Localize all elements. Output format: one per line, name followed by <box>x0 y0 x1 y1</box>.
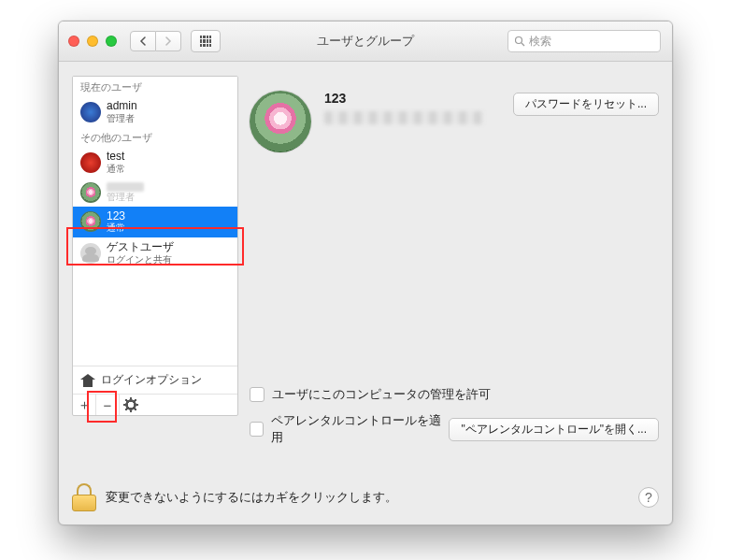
user-list: 現在のユーザ admin 管理者 その他のユーザ test 通常 <box>72 76 238 416</box>
window-body: 現在のユーザ admin 管理者 その他のユーザ test 通常 <box>59 61 672 524</box>
action-menu-button[interactable] <box>120 395 142 415</box>
login-options-label: ログインオプション <box>101 372 202 388</box>
user-role: 通常 <box>107 164 125 175</box>
user-role: 管理者 <box>107 192 144 203</box>
window-controls <box>68 36 117 47</box>
search-placeholder: 検索 <box>529 34 551 50</box>
back-button[interactable] <box>130 31 156 51</box>
login-options-button[interactable]: ログインオプション <box>73 366 237 394</box>
avatar-icon <box>80 243 101 264</box>
nav-back-forward <box>130 31 181 51</box>
user-name <box>107 182 144 192</box>
add-user-button[interactable]: ＋ <box>73 395 96 415</box>
user-role: 通常 <box>107 223 125 234</box>
user-row-test[interactable]: test 通常 <box>73 147 237 178</box>
user-row-guest[interactable]: ゲストユーザ ログインと共有 <box>73 237 237 268</box>
gear-icon <box>125 399 136 410</box>
reset-password-button[interactable]: パスワードをリセット... <box>513 93 659 116</box>
section-current-user: 現在のユーザ <box>73 77 237 96</box>
titlebar: ユーザとグループ 検索 <box>59 22 672 62</box>
help-button[interactable]: ? <box>638 487 659 508</box>
user-toolbar: ＋ − <box>73 394 237 415</box>
preferences-window: ユーザとグループ 検索 現在のユーザ admin 管理者 <box>58 21 673 525</box>
svg-line-1 <box>522 43 524 46</box>
detail-options: ユーザにこのコンピュータの管理を許可 ペアレンタルコントロールを適用 "ペアレン… <box>250 386 659 455</box>
user-row-obscured[interactable]: 管理者 <box>73 179 237 207</box>
user-row-123[interactable]: 123 通常 <box>73 207 237 237</box>
house-icon <box>80 374 95 387</box>
user-name: admin <box>107 100 137 113</box>
detail-pane: 123 パスワードをリセット... ユーザにこのコンピュータの管理を許可 ペアレ <box>250 76 659 472</box>
svg-point-0 <box>516 37 522 44</box>
avatar-icon <box>80 182 101 203</box>
lock-message: 変更できないようにするにはカギをクリックします。 <box>106 489 397 506</box>
section-other-users: その他のユーザ <box>73 127 237 147</box>
detail-user-info: 123 <box>324 91 483 124</box>
user-name: test <box>107 151 125 164</box>
search-input[interactable]: 検索 <box>507 30 661 52</box>
allow-admin-checkbox[interactable] <box>250 387 264 402</box>
search-icon <box>514 36 525 47</box>
detail-header: 123 パスワードをリセット... <box>250 91 659 152</box>
zoom-icon[interactable] <box>106 36 117 47</box>
user-role: ログインと共有 <box>107 254 174 266</box>
detail-username: 123 <box>324 91 483 106</box>
parental-row: ペアレンタルコントロールを適用 "ペアレンタルコントロール"を開く... <box>250 412 659 446</box>
user-role: 管理者 <box>107 113 137 124</box>
close-icon[interactable] <box>68 36 79 47</box>
parental-label: ペアレンタルコントロールを適用 <box>271 412 441 446</box>
user-name: ゲストユーザ <box>107 241 174 254</box>
detail-fullname-obscured <box>324 111 483 124</box>
open-parental-button[interactable]: "ペアレンタルコントロール"を開く... <box>449 418 659 441</box>
allow-admin-label: ユーザにこのコンピュータの管理を許可 <box>272 386 491 403</box>
forward-button[interactable] <box>156 31 181 51</box>
avatar-icon <box>80 102 101 122</box>
show-all-button[interactable] <box>191 30 221 52</box>
minimize-icon[interactable] <box>87 36 98 47</box>
avatar-icon <box>80 152 101 173</box>
allow-admin-row: ユーザにこのコンピュータの管理を許可 <box>250 386 659 403</box>
user-row-admin[interactable]: admin 管理者 <box>73 96 237 127</box>
user-avatar-large[interactable] <box>250 91 311 152</box>
user-name: 123 <box>107 210 125 223</box>
lock-icon[interactable] <box>72 483 96 511</box>
avatar-icon <box>80 211 101 232</box>
grid-icon <box>200 36 211 47</box>
lock-row: 変更できないようにするにはカギをクリックします。 ? <box>72 483 659 511</box>
parental-checkbox[interactable] <box>250 422 264 437</box>
remove-user-button[interactable]: − <box>96 395 120 415</box>
sidebar-footer: ログインオプション ＋ − <box>73 366 237 415</box>
